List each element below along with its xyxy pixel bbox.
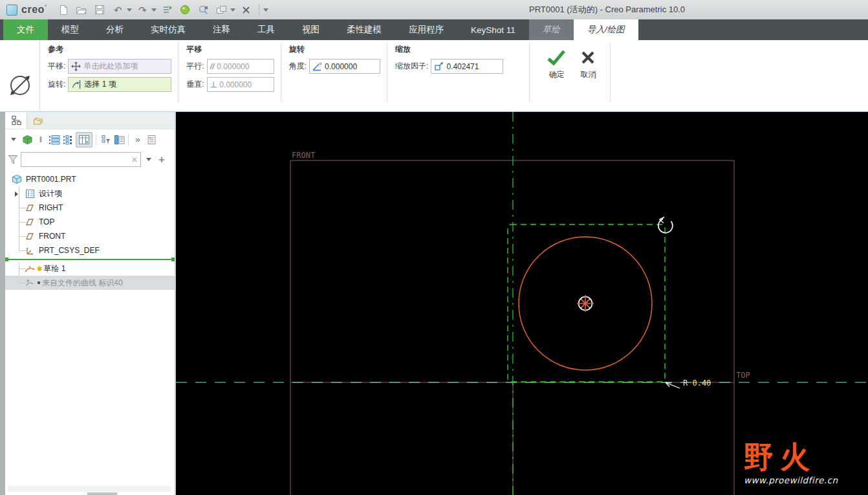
- model-tree-icon: [11, 115, 21, 126]
- tree-filters-icon[interactable]: [100, 132, 111, 148]
- window-title: PRT0001 (活动的) - Creo Parametric 10.0: [529, 4, 685, 16]
- graphics-area[interactable]: R 0.40 FRONT TOP 野火 www.proewildfire.cn: [176, 112, 868, 495]
- windows-dropdown-icon[interactable]: [230, 8, 235, 12]
- tree-row-design-items[interactable]: 设计项: [5, 186, 176, 201]
- translate-collector-placeholder: 单击此处添加项: [83, 61, 138, 72]
- tab-view[interactable]: 视图: [288, 19, 333, 40]
- tree-filter-input[interactable]: [21, 153, 131, 166]
- folder-browser-icon: [32, 116, 44, 126]
- tree-row-curve-from-file[interactable]: 来自文件的曲线 标识40: [5, 276, 176, 290]
- tab-applications[interactable]: 应用程序: [395, 19, 457, 40]
- feature-status-icon: [38, 281, 40, 284]
- ok-check-icon: [547, 49, 566, 66]
- radius-dimension[interactable]: R 0.40: [666, 379, 711, 388]
- vertical-input[interactable]: ⊥ 0.000000: [207, 77, 274, 92]
- scale-factor-input[interactable]: 0.402471: [431, 59, 503, 74]
- cancel-button-label: 取消: [580, 69, 596, 80]
- rotate-collector-label: 旋转:: [48, 79, 65, 90]
- wildfire-url: www.proewildfire.cn: [744, 475, 867, 485]
- translate-collector-field[interactable]: 单击此处添加项: [68, 59, 171, 74]
- tab-keyshot[interactable]: KeyShot 11: [457, 19, 529, 40]
- toolbar-separator: [259, 4, 259, 16]
- close-window-icon[interactable]: [238, 3, 254, 17]
- redo-dropdown-icon[interactable]: [151, 8, 157, 12]
- save-icon[interactable]: [92, 3, 107, 17]
- angle-value: 0.000000: [325, 62, 357, 71]
- tree-row-right-plane[interactable]: RIGHT: [5, 201, 176, 215]
- ribbon: 参考 平移: 单击此处添加项 旋转: 选择 1 项: [0, 40, 868, 112]
- tree-row-part[interactable]: PRT0001.PRT: [5, 172, 176, 186]
- rotate-collector-value: 选择 1 项: [84, 79, 116, 90]
- tree-row-top-plane[interactable]: TOP: [5, 215, 176, 229]
- cancel-button[interactable]: 取消: [580, 49, 596, 111]
- scale-group: 缩放 缩放因子: 0.402471: [387, 40, 510, 111]
- tab-file[interactable]: 文件: [3, 19, 48, 40]
- windows-icon[interactable]: [213, 3, 229, 17]
- creo-logo-icon: [6, 5, 17, 16]
- tree-row-label: 草绘 1: [43, 263, 65, 274]
- translate-group: 平移 平行: // 0.000000 垂直: ⊥ 0.000000: [179, 40, 280, 111]
- parallel-input[interactable]: // 0.000000: [207, 59, 274, 74]
- redo-icon[interactable]: ↷: [135, 3, 150, 17]
- regenerate-status-icon[interactable]: [177, 3, 193, 17]
- settings-doc-icon[interactable]: [146, 132, 157, 148]
- tab-annotate[interactable]: 注释: [199, 19, 244, 40]
- tree-filter-row: ✕ +: [5, 149, 176, 170]
- tree-row-front-plane[interactable]: FRONT: [5, 229, 176, 243]
- tree-row-label: RIGHT: [39, 203, 63, 212]
- tab-tools[interactable]: 工具: [244, 19, 288, 40]
- scale-factor-label: 缩放因子:: [395, 61, 428, 72]
- regenerate-icon[interactable]: [159, 3, 175, 17]
- tab-analysis[interactable]: 分析: [92, 19, 137, 40]
- tab-import-drawing[interactable]: 导入/绘图: [574, 19, 638, 40]
- navigator-tabs: [5, 112, 176, 129]
- filter-dropdown-icon[interactable]: [144, 158, 154, 161]
- tree-scrollbar-thumb[interactable]: [87, 492, 117, 495]
- undo-dropdown-icon[interactable]: [127, 8, 132, 12]
- vertical-label: 垂直:: [186, 79, 204, 90]
- tab-live-simulation[interactable]: 实时仿真: [137, 19, 199, 40]
- scale-group-title: 缩放: [395, 44, 503, 55]
- open-file-icon[interactable]: [74, 3, 89, 17]
- tab-model[interactable]: 模型: [48, 19, 92, 40]
- expand-arrow-icon[interactable]: [15, 192, 18, 197]
- undo-icon[interactable]: ↶: [110, 3, 125, 17]
- design-items-icon: [25, 189, 35, 199]
- clear-filter-icon[interactable]: ✕: [131, 155, 140, 164]
- show-model-icon[interactable]: [21, 132, 33, 148]
- rotate-axis-icon: [71, 80, 81, 89]
- tree-horizontal-scrollbar[interactable]: [8, 486, 171, 492]
- folder-browser-tab[interactable]: [27, 112, 49, 129]
- add-filter-icon[interactable]: +: [157, 154, 167, 166]
- radius-dimension-label: R 0.40: [683, 379, 711, 388]
- model-tree-tab[interactable]: [5, 112, 27, 129]
- tab-sketch[interactable]: 草绘: [529, 19, 574, 40]
- more-options-kebab-icon[interactable]: •••: [35, 132, 47, 148]
- tree-columns-toggle-icon[interactable]: [76, 132, 92, 148]
- model-tree: PRT0001.PRT 设计项 RIGHT TOP: [5, 172, 176, 290]
- creo-logo-trademark: °: [45, 4, 47, 10]
- tree-row-csys[interactable]: PRT_CSYS_DEF: [5, 243, 176, 258]
- move-drag-handle[interactable]: [577, 295, 594, 312]
- ok-button[interactable]: 确定: [547, 49, 566, 111]
- tree-column-settings-icon[interactable]: [113, 132, 125, 148]
- overflow-chevrons-icon[interactable]: »: [132, 132, 144, 148]
- scale-icon: [434, 61, 444, 71]
- tree-options-dropdown-icon[interactable]: [8, 132, 19, 148]
- rotate-collector-field[interactable]: 选择 1 项: [68, 77, 171, 92]
- tree-row-sketch[interactable]: ✱ 草绘 1: [5, 261, 176, 276]
- tree-row-label: 来自文件的曲线 标识40: [42, 278, 123, 289]
- window-edge: [0, 112, 5, 495]
- angle-input[interactable]: 0.000000: [309, 59, 380, 74]
- scale-factor-value: 0.402471: [446, 62, 479, 71]
- expand-all-icon[interactable]: [49, 132, 60, 148]
- tree-row-label: 设计项: [39, 188, 62, 199]
- tab-flexible-modeling[interactable]: 柔性建模: [333, 19, 395, 40]
- find-icon[interactable]: [195, 3, 211, 17]
- tree-toolbar: ••• »: [5, 129, 176, 149]
- move-rotate-icon: [5, 70, 35, 100]
- translate-collector-label: 平移:: [48, 61, 65, 72]
- new-file-icon[interactable]: [56, 3, 71, 17]
- customize-toolbar-icon[interactable]: [263, 8, 268, 12]
- collapse-all-icon[interactable]: [62, 132, 74, 148]
